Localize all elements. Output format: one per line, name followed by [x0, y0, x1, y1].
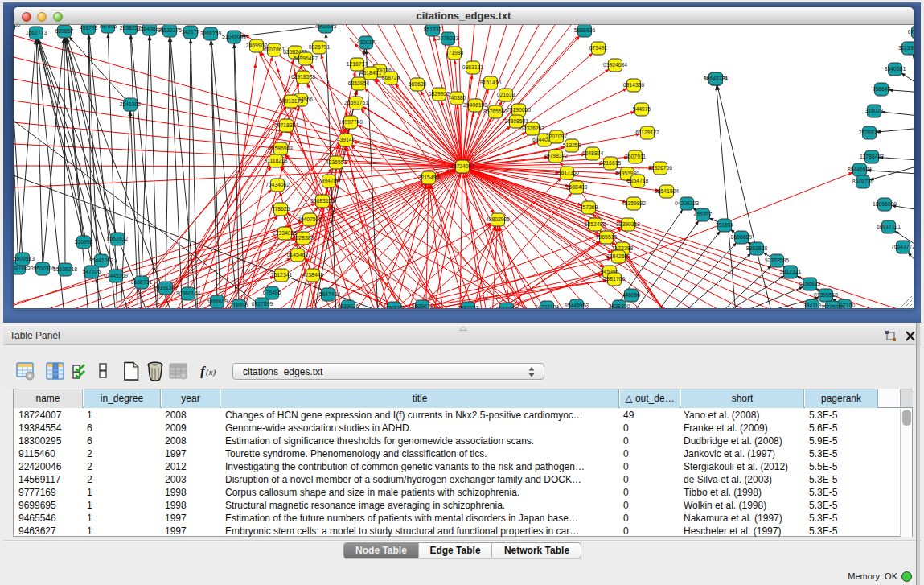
svg-text:62326253: 62326253 — [520, 126, 544, 131]
svg-text:04200323: 04200323 — [675, 200, 699, 206]
svg-text:758647: 758647 — [873, 86, 891, 92]
svg-text:8606689: 8606689 — [731, 234, 753, 240]
svg-text:3312321: 3312321 — [780, 269, 802, 274]
svg-text:6248874: 6248874 — [582, 150, 604, 156]
svg-text:0026791: 0026791 — [309, 44, 331, 50]
svg-text:516993: 516993 — [75, 239, 93, 245]
svg-text:4618471: 4618471 — [360, 70, 382, 76]
svg-text:80360144: 80360144 — [176, 290, 200, 296]
svg-text:45847484: 45847484 — [316, 291, 340, 297]
svg-text:384112: 384112 — [803, 303, 821, 308]
svg-text:8849736: 8849736 — [852, 179, 874, 184]
svg-text:1216717: 1216717 — [347, 61, 368, 67]
svg-text:39532275: 39532275 — [158, 27, 182, 33]
svg-text:2981706: 2981706 — [604, 276, 626, 282]
svg-text:97778188: 97778188 — [14, 25, 20, 27]
svg-text:778625: 778625 — [272, 206, 290, 212]
svg-text:446090: 446090 — [622, 292, 641, 298]
svg-text:8383838: 8383838 — [746, 245, 768, 251]
svg-text:54913173: 54913173 — [279, 98, 303, 104]
svg-text:2688403: 2688403 — [566, 184, 588, 190]
svg-text:513253: 513253 — [563, 142, 581, 148]
svg-text:55639218: 55639218 — [53, 266, 77, 272]
svg-text:8562632: 8562632 — [107, 236, 129, 241]
svg-text:4235551: 4235551 — [326, 159, 347, 165]
svg-text:48802920: 48802920 — [486, 216, 510, 222]
svg-text:0363173: 0363173 — [462, 64, 484, 70]
svg-text:5354718: 5354718 — [627, 178, 649, 183]
svg-text:3338300: 3338300 — [609, 303, 630, 309]
svg-text:05609513: 05609513 — [14, 256, 35, 262]
svg-text:76643772: 76643772 — [891, 244, 914, 249]
svg-text:142177: 142177 — [182, 29, 200, 35]
svg-text:2728877: 2728877 — [859, 130, 881, 135]
svg-text:491703: 491703 — [80, 25, 98, 31]
svg-text:95441262: 95441262 — [89, 257, 113, 263]
svg-text:61918588: 61918588 — [291, 74, 315, 80]
svg-text:16997740: 16997740 — [339, 119, 363, 125]
svg-text:2078023: 2078023 — [437, 35, 459, 41]
svg-text:60718384: 60718384 — [274, 122, 298, 128]
svg-text:70434052: 70434052 — [265, 182, 290, 187]
svg-text:2207097: 2207097 — [546, 134, 568, 139]
svg-text:31586923: 31586923 — [269, 146, 293, 151]
svg-text:757369: 757369 — [580, 204, 598, 210]
svg-text:51049049: 51049049 — [222, 34, 246, 39]
svg-text:82326756: 82326756 — [648, 165, 672, 171]
svg-text:3113361: 3113361 — [898, 45, 914, 51]
svg-text:797405: 797405 — [99, 25, 117, 29]
svg-text:718906: 718906 — [230, 303, 248, 308]
svg-text:6727899: 6727899 — [252, 301, 273, 307]
svg-text:021633: 021633 — [497, 92, 515, 97]
svg-text:7612341: 7612341 — [271, 272, 293, 278]
svg-text:78190650: 78190650 — [507, 107, 531, 113]
svg-text:3607911: 3607911 — [625, 154, 646, 159]
svg-text:5888689: 5888689 — [207, 299, 228, 304]
svg-text:7994784: 7994784 — [318, 178, 340, 183]
svg-text:0582157: 0582157 — [458, 305, 479, 309]
svg-text:81842592: 81842592 — [606, 253, 630, 259]
svg-text:6794965: 6794965 — [496, 306, 518, 309]
svg-text:0145462: 0145462 — [287, 252, 309, 257]
svg-text:38541924: 38541924 — [655, 188, 679, 194]
svg-text:676486: 676486 — [263, 290, 281, 295]
svg-text:8151415: 8151415 — [480, 80, 502, 85]
svg-text:03445369: 03445369 — [104, 273, 128, 278]
svg-text:689857: 689857 — [55, 28, 74, 34]
svg-text:9109671: 9109671 — [412, 303, 433, 309]
svg-text:35775355: 35775355 — [820, 304, 844, 309]
svg-text:88446934: 88446934 — [848, 167, 872, 172]
svg-text:39798372: 39798372 — [544, 153, 568, 159]
svg-text:8168731: 8168731 — [131, 279, 153, 285]
svg-text:6166823: 6166823 — [799, 281, 821, 286]
svg-text:432017: 432017 — [357, 39, 376, 45]
svg-text:4238445: 4238445 — [302, 272, 324, 278]
svg-text:91118218: 91118218 — [264, 158, 287, 163]
svg-text:6785136: 6785136 — [908, 29, 914, 35]
svg-text:544975: 544975 — [633, 106, 651, 112]
svg-text:868724: 868724 — [382, 75, 400, 80]
svg-text:6814336: 6814336 — [623, 82, 645, 88]
svg-text:7965515: 7965515 — [596, 234, 618, 240]
svg-text:316028: 316028 — [865, 108, 884, 113]
svg-text:6252954: 6252954 — [348, 80, 370, 86]
svg-text:673491: 673491 — [589, 45, 608, 51]
svg-text:56996477: 56996477 — [294, 56, 318, 61]
svg-text:74308172: 74308172 — [382, 305, 406, 309]
svg-text:6702861: 6702861 — [264, 47, 285, 52]
svg-text:851337: 851337 — [424, 27, 442, 32]
svg-text:2241902: 2241902 — [120, 101, 142, 107]
svg-text:569639: 569639 — [409, 81, 427, 87]
svg-text:65817360: 65817360 — [555, 170, 579, 175]
svg-text:1662773: 1662773 — [26, 30, 47, 35]
svg-text:53683155: 53683155 — [310, 198, 335, 204]
svg-text:5888926: 5888926 — [574, 27, 596, 33]
svg-text:68917121: 68917121 — [877, 224, 901, 229]
svg-text:17808501: 17808501 — [504, 118, 528, 124]
svg-text:7028383: 7028383 — [293, 235, 314, 241]
svg-text:547105: 547105 — [83, 269, 101, 274]
svg-text:791894: 791894 — [716, 222, 734, 228]
svg-text:6829922: 6829922 — [429, 91, 450, 97]
svg-text:2215498: 2215498 — [418, 175, 440, 180]
svg-text:29406198: 29406198 — [463, 102, 487, 108]
